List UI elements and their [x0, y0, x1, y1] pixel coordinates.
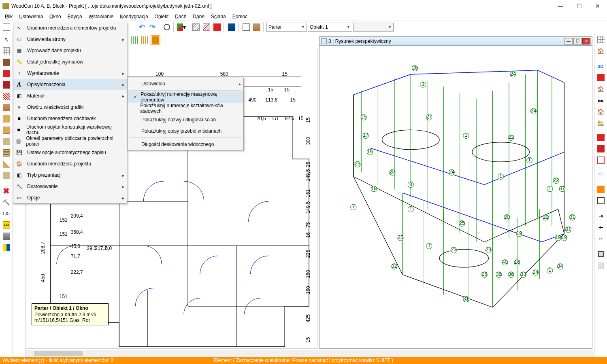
dd-item-11[interactable]: 💾Ustaw opcje automatycznego zapisu	[13, 147, 127, 158]
redo-button[interactable]: ↷	[147, 22, 157, 32]
dd-item-13[interactable]: ◧Tryb prezentacji	[13, 169, 127, 181]
rect-right-tool[interactable]	[595, 195, 607, 206]
ruler-tool[interactable]: 123	[1, 220, 12, 230]
status-left: Wybierz element(y) - Ilość wybranych ele…	[2, 358, 113, 363]
grid-right-tool[interactable]	[595, 34, 607, 45]
blank-combo[interactable]: ▼	[353, 23, 394, 32]
menu-wstawianie[interactable]: Wstawianie	[85, 13, 117, 21]
menu-pomoc[interactable]: Pomoc	[229, 13, 251, 21]
arr2-tool[interactable]: ⇤	[595, 222, 607, 233]
dd-item-8[interactable]: ■Uruchom menedżera dachówek	[13, 113, 127, 124]
house2-tool[interactable]: 🏘	[595, 95, 607, 106]
dd-item-5[interactable]: AOpisy/oznaczenia	[13, 79, 127, 90]
hatch1-button[interactable]	[191, 22, 201, 32]
settings-dropdown: ↖Uruchom menedżera elementów projektu▭Us…	[13, 22, 127, 204]
opisy-submenu: Ustawienia✓Pokaż/ukryj numerację maszyno…	[127, 78, 244, 150]
dd-item-1[interactable]: ▭Ustawienia strony	[13, 34, 127, 45]
hatch3-button[interactable]	[212, 22, 222, 32]
menu-plik[interactable]: Plik	[2, 13, 16, 21]
target-button[interactable]	[162, 22, 172, 32]
door-tool[interactable]	[1, 57, 12, 68]
floor-combo[interactable]: Parter▼	[266, 23, 307, 32]
red-right-tool[interactable]	[595, 72, 607, 83]
arr1-tool[interactable]: ⇥	[595, 211, 607, 221]
menu-dach[interactable]: Dach	[172, 13, 190, 21]
minimize-button[interactable]: —	[551, 0, 570, 12]
svg-text:20: 20	[504, 214, 510, 220]
dd-item-6[interactable]: ◧Materiał	[13, 90, 127, 102]
fill-button[interactable]	[227, 22, 236, 32]
dim-tool[interactable]: 1,0↕	[1, 208, 12, 219]
dd-item-15[interactable]: ▭Opcje	[13, 192, 127, 203]
close-button[interactable]: ✕	[588, 0, 607, 12]
cube-button[interactable]: ▾	[177, 22, 186, 32]
dd-item-3[interactable]: 📏Ustal jednostkę wymiarów	[13, 56, 127, 68]
pane-minimize[interactable]: —	[564, 38, 573, 44]
menu-edycja[interactable]: Edycja	[64, 13, 85, 21]
new-button[interactable]	[2, 22, 11, 32]
scroll-thumb[interactable]	[34, 351, 83, 356]
sub-item-0[interactable]: Ustawienia	[128, 78, 243, 89]
wood-tool[interactable]	[1, 102, 12, 113]
hatch2-button[interactable]	[202, 22, 211, 32]
sub-item-2[interactable]: ✓Pokaż/ukryj numerację maszynową element…	[128, 91, 243, 103]
arr3-tool[interactable]: ↔	[595, 233, 607, 244]
steel-tool[interactable]	[1, 231, 12, 241]
menu-obiekt[interactable]: Obiekt	[151, 13, 172, 21]
dd-item-2[interactable]: ▦Wprowadź dane projektu	[13, 45, 127, 56]
sub-tool-3[interactable]	[151, 35, 160, 45]
pane-close[interactable]: ✕	[582, 38, 590, 44]
menu-ustawienia[interactable]: Ustawienia	[16, 13, 46, 21]
wall-red-tool[interactable]	[1, 80, 12, 90]
pointer-button[interactable]	[241, 22, 251, 32]
hammer-tool[interactable]: 🔨	[1, 197, 12, 207]
zoom1-tool[interactable]: 🔲	[595, 249, 607, 259]
diag-tool[interactable]	[1, 159, 12, 169]
titlebar: WoodCon 10 A, B, Block - Projekt [ ...oj…	[0, 0, 607, 12]
maximize-button[interactable]: ☐	[570, 0, 588, 12]
home2-tool[interactable]: 🏠	[595, 46, 607, 56]
grid-tool[interactable]	[1, 46, 12, 56]
pane-maximize[interactable]: ☐	[573, 38, 581, 44]
struct-tool[interactable]	[1, 125, 12, 135]
menu-dane[interactable]: Dane	[190, 13, 208, 21]
sub-item-4[interactable]: Pokaż/ukryj nazwy i długości ścian	[128, 114, 243, 125]
sub-item-3[interactable]: Pokaż/ukryj numerację kształtowników sta…	[128, 103, 243, 114]
wframe-tool[interactable]	[595, 155, 607, 165]
delete-tool[interactable]: ✖	[1, 186, 12, 196]
dd-item-9[interactable]: ■Uruchom edytor konstrukcji warstwowej d…	[13, 124, 127, 135]
panel2-tool[interactable]	[1, 148, 12, 158]
house1-tool[interactable]: 🏠	[595, 84, 607, 94]
zoom2-tool[interactable]: ⬜	[595, 260, 607, 271]
beam-tool[interactable]	[1, 114, 12, 124]
house4-tool[interactable]: 🏡	[595, 118, 607, 128]
3d-tool[interactable]: 3D	[595, 61, 607, 72]
panel-right-tool[interactable]	[595, 184, 607, 195]
dd-item-0[interactable]: ↖Uruchom menedżera elementów projektu	[13, 22, 127, 34]
red2-right-tool[interactable]	[595, 132, 607, 143]
box2-tool[interactable]	[1, 170, 12, 181]
sub-tool-1[interactable]	[130, 35, 139, 45]
dd-item-10[interactable]: ▨Określ parametry obliczania powierzchni…	[13, 135, 127, 147]
sub-tool-2[interactable]	[140, 35, 150, 45]
wall-hatch-tool[interactable]	[1, 91, 12, 102]
dd-item-7[interactable]: ≡Otwórz właściwości grafiki	[13, 102, 127, 113]
undo-button[interactable]: ↶	[137, 22, 147, 32]
select-tool[interactable]: ↖	[1, 34, 12, 45]
red-tool[interactable]	[1, 68, 12, 79]
box-button[interactable]	[252, 22, 262, 32]
object-combo[interactable]: Obiekt 1▼	[308, 23, 352, 32]
menu-sciana[interactable]: Ściana	[208, 13, 229, 21]
house3-tool[interactable]: 🏠	[595, 106, 607, 117]
sub-item-5[interactable]: Pokaż/ukryj opisy przebić w ścianach	[128, 125, 243, 137]
dd-item-4[interactable]: ↕Wymiarowanie	[13, 68, 127, 79]
menu-kondygnacja[interactable]: Kondygnacja	[117, 13, 151, 21]
menu-okno[interactable]: Okno	[46, 13, 64, 21]
workspace-hscroll[interactable]	[26, 350, 594, 357]
red3-right-tool[interactable]	[595, 144, 607, 154]
panel-tool[interactable]	[1, 136, 12, 147]
dd-item-14[interactable]: 🔨Dostosowanie	[13, 181, 127, 192]
sub-item-7[interactable]: Długości deskowania widocznego	[128, 139, 243, 150]
dd-item-12[interactable]: 🏠Uruchom menedżera projektu	[13, 158, 127, 169]
mirror-tool[interactable]	[1, 242, 12, 253]
